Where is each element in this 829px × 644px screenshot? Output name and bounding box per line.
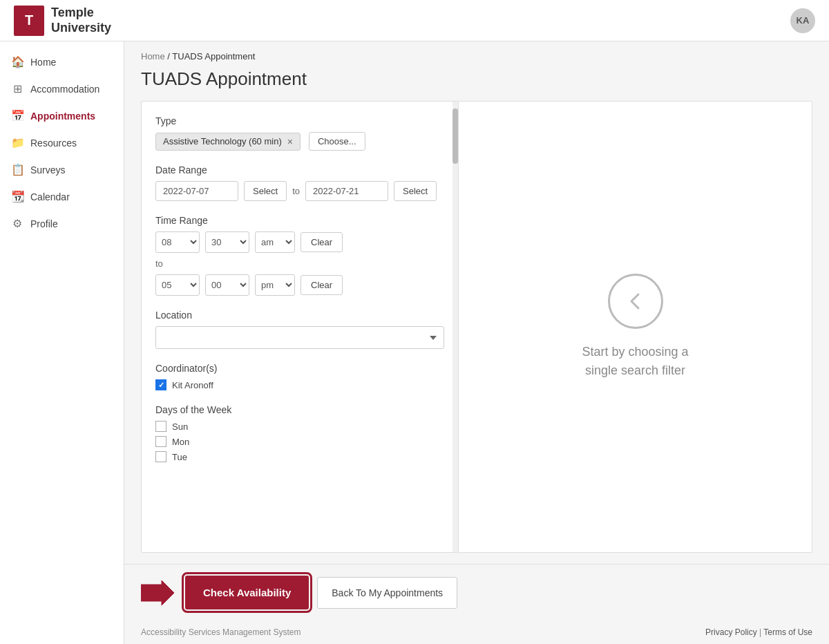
time-end-ampm-select[interactable]: am pm bbox=[255, 274, 295, 296]
time-start-row: 08 30 am pm Clear bbox=[155, 231, 444, 253]
day-checkbox-tue[interactable] bbox=[155, 451, 166, 462]
day-row-sun: Sun bbox=[155, 421, 444, 432]
coordinator-name: Kit Aronoff bbox=[172, 380, 213, 390]
day-checkbox-mon[interactable] bbox=[155, 436, 166, 447]
surveys-icon: 📋 bbox=[11, 163, 23, 176]
time-to-label: to bbox=[155, 258, 444, 269]
time-end-clear-button[interactable]: Clear bbox=[301, 275, 343, 295]
appointments-icon: 📅 bbox=[11, 109, 23, 122]
home-icon: 🏠 bbox=[11, 55, 23, 68]
profile-icon: ⚙ bbox=[11, 217, 23, 230]
bottom-bar: Check Availability Back To My Appointmen… bbox=[124, 564, 829, 621]
date-start-select-button[interactable]: Select bbox=[244, 181, 287, 201]
location-label: Location bbox=[155, 310, 444, 321]
sidebar-item-resources[interactable]: 📁 Resources bbox=[0, 129, 124, 156]
footer-links: Privacy Policy | Terms of Use bbox=[705, 627, 812, 637]
coordinator-section: Coordinator(s) Kit Aronoff bbox=[155, 363, 444, 390]
header: T TempleUniversity KA bbox=[0, 0, 829, 41]
date-start-input[interactable] bbox=[155, 181, 238, 201]
logo-area: T TempleUniversity bbox=[14, 6, 111, 36]
footer: Accessibility Services Management System… bbox=[124, 621, 829, 644]
breadcrumb: Home / TUADS Appointment bbox=[124, 41, 829, 66]
coordinator-row: Kit Aronoff bbox=[155, 379, 444, 390]
sidebar-item-accommodation[interactable]: ⊞ Accommodation bbox=[0, 75, 124, 102]
logo-icon: T bbox=[14, 6, 44, 36]
right-panel-line2: single search filter bbox=[585, 363, 685, 377]
type-section: Type Assistive Technology (60 min) × Cho… bbox=[155, 115, 444, 151]
scrollbar-thumb[interactable] bbox=[452, 108, 458, 164]
sidebar-label-appointments: Appointments bbox=[30, 111, 95, 122]
svg-marker-0 bbox=[141, 580, 174, 605]
form-panel: Type Assistive Technology (60 min) × Cho… bbox=[141, 101, 459, 553]
date-range-label: Date Range bbox=[155, 164, 444, 176]
time-start-ampm-select[interactable]: am pm bbox=[255, 231, 295, 253]
days-label: Days of the Week bbox=[155, 404, 444, 415]
sidebar-label-profile: Profile bbox=[30, 218, 58, 229]
footer-privacy-link[interactable]: Privacy Policy bbox=[705, 627, 757, 637]
day-label-tue: Tue bbox=[172, 452, 187, 462]
sidebar: 🏠 Home ⊞ Accommodation 📅 Appointments 📁 … bbox=[0, 41, 124, 644]
sidebar-item-home[interactable]: 🏠 Home bbox=[0, 48, 124, 75]
scrollbar-track[interactable] bbox=[452, 102, 458, 552]
arrow-icon bbox=[141, 580, 174, 605]
time-start-hour-select[interactable]: 08 bbox=[155, 231, 200, 253]
back-arrow-svg bbox=[623, 289, 648, 314]
footer-terms-link[interactable]: Terms of Use bbox=[763, 627, 812, 637]
time-end-row: 05 00 am pm Clear bbox=[155, 274, 444, 296]
avatar[interactable]: KA bbox=[790, 8, 815, 33]
choose-button[interactable]: Choose... bbox=[309, 132, 365, 151]
time-range-section: Time Range 08 30 am pm bbox=[155, 215, 444, 296]
right-panel-message: Start by choosing a single search filter bbox=[582, 343, 688, 380]
day-checkbox-sun[interactable] bbox=[155, 421, 166, 432]
check-availability-button[interactable]: Check Availability bbox=[185, 576, 309, 609]
time-end-hour-select[interactable]: 05 bbox=[155, 274, 200, 296]
sidebar-label-surveys: Surveys bbox=[30, 164, 66, 176]
sidebar-item-calendar[interactable]: 📆 Calendar bbox=[0, 183, 124, 210]
time-start-min-select[interactable]: 30 bbox=[205, 231, 249, 253]
breadcrumb-home[interactable]: Home bbox=[141, 51, 165, 61]
date-row: Select to Select bbox=[155, 181, 444, 201]
coordinator-label: Coordinator(s) bbox=[155, 363, 444, 374]
footer-system-label: Accessibility Services Management System bbox=[141, 627, 301, 637]
location-select[interactable] bbox=[155, 326, 444, 349]
arrow-indicator bbox=[141, 580, 174, 605]
sidebar-item-profile[interactable]: ⚙ Profile bbox=[0, 210, 124, 237]
sidebar-label-resources: Resources bbox=[30, 138, 77, 149]
day-row-tue: Tue bbox=[155, 451, 444, 462]
coordinator-checkbox[interactable] bbox=[155, 379, 166, 390]
date-end-select-button[interactable]: Select bbox=[394, 181, 437, 201]
right-panel: Start by choosing a single search filter bbox=[459, 101, 812, 553]
accommodation-icon: ⊞ bbox=[11, 82, 23, 95]
type-tag-remove[interactable]: × bbox=[287, 136, 293, 147]
form-scroll: Type Assistive Technology (60 min) × Cho… bbox=[142, 102, 458, 537]
back-circle-icon bbox=[608, 274, 663, 329]
back-to-appointments-button[interactable]: Back To My Appointments bbox=[317, 577, 457, 609]
sidebar-label-home: Home bbox=[30, 57, 56, 68]
resources-icon: 📁 bbox=[11, 136, 23, 149]
main-content: Home / TUADS Appointment TUADS Appointme… bbox=[124, 41, 829, 644]
date-range-section: Date Range Select to Select bbox=[155, 164, 444, 201]
time-range-label: Time Range bbox=[155, 215, 444, 226]
sidebar-label-accommodation: Accommodation bbox=[30, 84, 99, 95]
day-label-sun: Sun bbox=[172, 422, 188, 432]
calendar-icon: 📆 bbox=[11, 190, 23, 203]
breadcrumb-current: TUADS Appointment bbox=[172, 51, 255, 61]
type-tag: Assistive Technology (60 min) × bbox=[155, 133, 301, 151]
time-end-min-select[interactable]: 00 bbox=[205, 274, 249, 296]
day-label-mon: Mon bbox=[172, 437, 189, 447]
sidebar-item-appointments[interactable]: 📅 Appointments bbox=[0, 102, 124, 129]
content-area: Type Assistive Technology (60 min) × Cho… bbox=[124, 101, 829, 553]
days-section: Days of the Week Sun Mon Tue bbox=[155, 404, 444, 462]
sidebar-label-calendar: Calendar bbox=[30, 191, 70, 202]
location-section: Location bbox=[155, 310, 444, 349]
right-panel-line1: Start by choosing a bbox=[582, 345, 688, 359]
time-start-clear-button[interactable]: Clear bbox=[301, 232, 343, 252]
page-title: TUADS Appointment bbox=[124, 66, 829, 101]
date-to-label: to bbox=[292, 186, 300, 196]
sidebar-item-surveys[interactable]: 📋 Surveys bbox=[0, 156, 124, 183]
university-name: TempleUniversity bbox=[51, 6, 111, 35]
date-end-input[interactable] bbox=[305, 181, 388, 201]
type-label: Type bbox=[155, 115, 444, 126]
type-tag-text: Assistive Technology (60 min) bbox=[163, 136, 282, 146]
main-layout: 🏠 Home ⊞ Accommodation 📅 Appointments 📁 … bbox=[0, 41, 829, 644]
